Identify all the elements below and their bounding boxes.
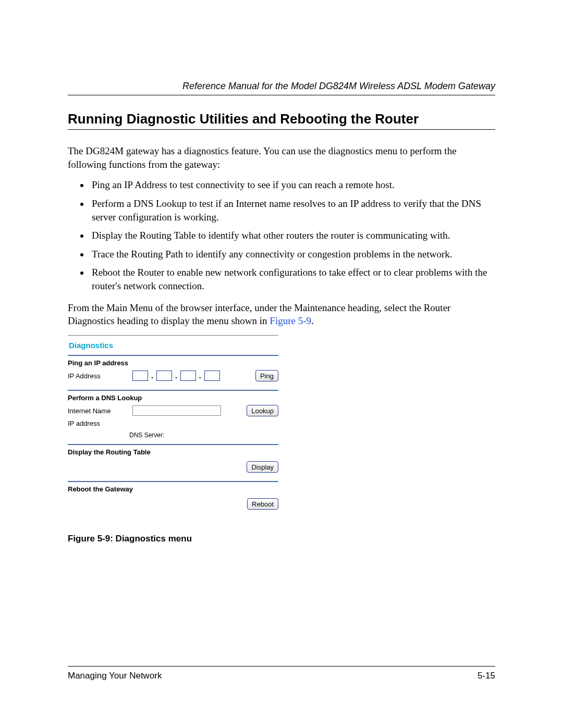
dns-name-row: Internet Name Lookup: [68, 405, 278, 416]
dot-icon: .: [151, 372, 153, 380]
footer-page-number: 5-15: [478, 671, 495, 681]
ip-octet-4-input[interactable]: [204, 371, 220, 381]
ip-octet-2-input[interactable]: [156, 371, 172, 381]
list-item: Reboot the Router to enable new network …: [90, 266, 495, 292]
footer-row: Managing Your Network 5-15: [68, 671, 495, 681]
reboot-block: Reboot the Gateway Reboot: [68, 481, 278, 518]
diagnostics-title: Diagnostics: [68, 336, 278, 355]
ping-heading: Ping an IP address: [68, 359, 278, 367]
figure-xref[interactable]: Figure 5-9: [270, 315, 311, 326]
footer-rule: [68, 666, 495, 667]
ping-button[interactable]: Ping: [255, 370, 278, 381]
figure-caption: Figure 5-9: Diagnostics menu: [68, 534, 495, 544]
internet-name-label: Internet Name: [68, 407, 129, 415]
reboot-button[interactable]: Reboot: [247, 498, 278, 510]
list-item: Display the Routing Table to identify wh…: [90, 229, 495, 242]
after-list-text-b: .: [311, 315, 314, 326]
reboot-heading: Reboot the Gateway: [68, 485, 278, 493]
page: Reference Manual for the Model DG824M Wi…: [0, 0, 563, 728]
routing-block: Display the Routing Table Display: [68, 444, 278, 481]
page-footer: Managing Your Network 5-15: [68, 666, 495, 681]
lookup-button[interactable]: Lookup: [247, 405, 278, 416]
running-head: Reference Manual for the Model DG824M Wi…: [68, 81, 495, 95]
diagnostics-figure: Diagnostics Ping an IP address IP Addres…: [68, 335, 278, 518]
routing-row: Display: [68, 459, 278, 473]
reboot-row: Reboot: [68, 496, 278, 510]
ping-row: IP Address . . . Ping: [68, 370, 278, 381]
dns-heading: Perform a DNS Lookup: [68, 394, 278, 402]
feature-list: Ping an IP Address to test connectivity …: [68, 178, 495, 292]
list-item: Perform a DNS Lookup to test if an Inter…: [90, 197, 495, 224]
display-button[interactable]: Display: [247, 461, 278, 473]
list-item: Ping an IP Address to test connectivity …: [90, 178, 495, 192]
dns-server-label: DNS Server:: [129, 430, 278, 439]
after-list-paragraph: From the Main Menu of the browser interf…: [68, 301, 495, 328]
footer-left: Managing Your Network: [68, 671, 162, 681]
after-list-text-a: From the Main Menu of the browser interf…: [68, 302, 450, 327]
dns-ip-row: IP address: [68, 419, 278, 427]
ip-address-label: IP Address: [68, 372, 129, 380]
routing-heading: Display the Routing Table: [68, 448, 278, 456]
dns-ip-label: IP address: [68, 419, 129, 427]
dns-block: Perform a DNS Lookup Internet Name Looku…: [68, 390, 278, 444]
dot-icon: .: [175, 372, 177, 380]
section-title: Running Diagnostic Utilities and Rebooti…: [68, 111, 495, 127]
title-rule: [68, 129, 495, 130]
ping-block: Ping an IP address IP Address . . . Ping: [68, 355, 278, 390]
internet-name-input[interactable]: [132, 405, 221, 416]
dot-icon: .: [199, 372, 201, 380]
list-item: Trace the Routing Path to identify any c…: [90, 248, 495, 261]
intro-paragraph: The DG824M gateway has a diagnostics fea…: [68, 144, 495, 171]
ip-octet-3-input[interactable]: [180, 371, 196, 381]
ip-octet-1-input[interactable]: [132, 371, 148, 381]
